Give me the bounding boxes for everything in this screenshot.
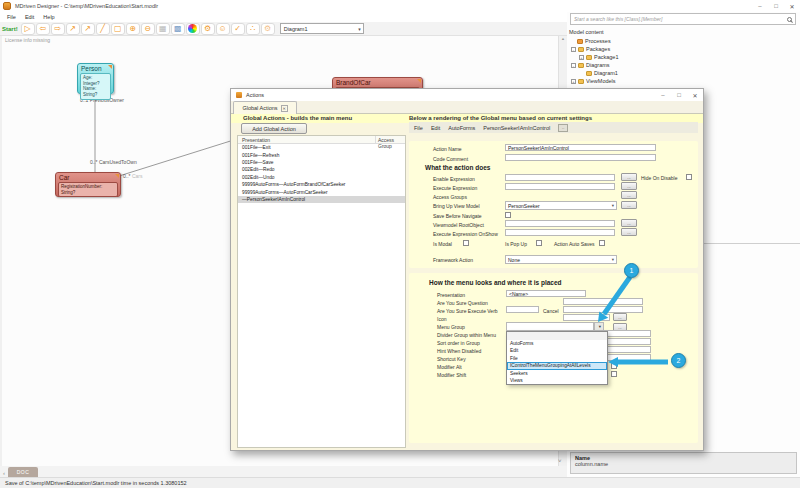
action-name-input[interactable]: PersonSeekerIAmInControl [505,144,656,151]
back-arrow-icon[interactable]: ⇦ [36,23,50,35]
expander-icon[interactable]: - [571,47,576,52]
zoom-in-icon[interactable]: ⊕ [126,23,140,35]
icon-edit-button[interactable]: ... [613,313,627,321]
icon-label: Icon [437,316,446,322]
execute-expression-edit-button[interactable]: ... [621,182,637,190]
class-person[interactable]: Person Age: Integer? Name: String? [77,63,114,94]
viewmodel-rootobject-input[interactable] [505,220,615,227]
forward-arrow-icon[interactable]: ⇨ [51,23,65,35]
gears-icon[interactable]: ⚙ [201,23,215,35]
add-global-action-button[interactable]: Add Global Action [241,123,307,134]
play-icon[interactable]: ▷ [21,23,35,35]
dropdown-item[interactable]: AutoForms [507,340,607,348]
tree-item-diagrams[interactable]: - Diagrams [571,61,610,69]
column-presentation[interactable]: Presentation [242,137,270,143]
tab-scroll-left-icon[interactable]: ‹ [0,470,8,477]
execute-expression-onshow-input[interactable] [505,229,615,236]
dropdown-item[interactable]: Edit [507,347,607,355]
class-car[interactable]: Car RegistrationNumber: String? [55,172,121,197]
gear-light-icon[interactable]: ⚙ [261,23,275,35]
action-auto-saves-checkbox[interactable] [599,240,605,246]
overflow-icon[interactable]: .. [558,124,568,132]
code-comment-label: Code Comment [433,156,468,162]
check-icon[interactable]: ✓ [231,23,245,35]
modifier-shift-checkbox[interactable] [611,371,617,377]
pointer-new-icon[interactable]: ↗ [81,23,95,35]
enable-expression-input[interactable] [505,174,615,181]
execute-expression-onshow-edit-button[interactable]: ... [621,228,637,236]
modifier-alt-checkbox[interactable] [611,363,617,369]
tree-item-processes[interactable]: Processes [577,37,611,45]
framework-action-combo[interactable]: None ▾ [505,255,617,264]
list-item-selected[interactable]: —PersonSeekerIAmInControl [238,196,405,203]
menu-file[interactable]: File [7,14,16,20]
viewport-icon[interactable]: ▢ [111,23,125,35]
tab-global-actions[interactable]: Global Actions ✕ [233,101,297,114]
execute-expression-input[interactable] [505,183,615,190]
column-access-group[interactable]: Access Group [378,137,405,149]
dropdown-item[interactable] [507,332,607,340]
enable-expression-edit-button[interactable]: ... [621,173,637,181]
diagram-selector[interactable]: Diagram1 ▾ [280,23,364,34]
list-item[interactable]: 002Edit—Redo [238,166,405,173]
tab-doc[interactable]: DOC [8,467,38,477]
grid-save-icon[interactable]: ▦ [156,23,170,35]
nodes-icon[interactable]: ∴ [246,23,260,35]
hide-on-disable-checkbox[interactable] [686,174,692,180]
search-input[interactable]: Start a search like this [Class].[Member… [570,13,796,25]
start-button[interactable]: Start! [2,26,18,32]
list-item[interactable]: 99999AutoForms—AutoFormBrandOfCarSeeker [238,181,405,188]
close-button[interactable]: ✕ [784,1,800,12]
menu-help[interactable]: Help [43,14,54,20]
dropdown-item[interactable]: Seekers [507,370,607,378]
tree-item-packages[interactable]: - Packages [571,45,610,53]
copy-icon[interactable]: ▩ [171,23,185,35]
list-item[interactable]: 99999AutoForms—AutoFormCarSeeker [238,188,405,195]
tree-item-viewmodels[interactable]: + ViewModels [571,77,616,85]
cancel-verb-input[interactable] [563,306,643,313]
preview-menu-action[interactable]: PersonSeekerIAmInControl [483,125,550,131]
expander-icon[interactable]: + [579,55,584,60]
preview-menu-edit[interactable]: Edit [431,125,440,131]
execute-verb-input[interactable] [506,306,539,313]
menu-edit[interactable]: Edit [25,14,34,20]
list-item[interactable]: 002Edit—Undo [238,174,405,181]
minimize-button[interactable]: – [752,1,768,12]
dialog-minimize-button[interactable]: – [655,90,671,101]
tab-close-icon[interactable]: ✕ [281,105,288,112]
maximize-button[interactable]: □ [768,1,784,12]
save-before-navigate-checkbox[interactable] [505,212,511,218]
is-pop-up-checkbox[interactable] [536,240,542,246]
access-groups-edit-button[interactable]: ... [621,191,637,199]
bring-up-view-model-combo[interactable]: PersonSeeker ▾ [505,201,617,210]
list-item[interactable]: 001File—Refresh [238,151,405,158]
viewmodel-rootobject-edit-button[interactable]: ... [621,219,637,227]
dropdown-item[interactable]: Views [507,377,607,385]
user-icon[interactable]: ☺ [216,23,230,35]
scroll-up-icon[interactable]: ▲ [561,36,565,41]
dropdown-item[interactable]: File [507,355,607,363]
list-item[interactable]: 001File—Save [238,159,405,166]
tree-item-package1[interactable]: + Package1 [579,53,618,61]
chevron-down-icon: ▾ [356,26,363,32]
zoom-out-icon[interactable]: ⊖ [141,23,155,35]
dialog-maximize-button[interactable]: □ [671,90,687,101]
dropdown-item-selected[interactable]: IControlTheMenuGroupingAtAllLevels [507,362,607,370]
preview-menu-autoforms[interactable]: AutoForms [448,125,475,131]
pointer-icon[interactable]: ↗ [66,23,80,35]
collapse-chevron-icon[interactable]: ˅ [558,458,562,464]
presentation-input[interactable]: <Name> [506,290,586,297]
tree-item-diagram1[interactable]: Diagram1 [586,69,618,77]
code-comment-input[interactable] [505,154,656,161]
icon-input[interactable] [563,314,610,321]
color-wheel-icon[interactable] [186,23,200,35]
bring-up-view-model-edit-button[interactable]: ... [621,201,637,209]
line-tool-icon[interactable]: ╱ [96,23,110,35]
expander-icon[interactable]: - [571,63,576,68]
are-you-sure-question-input[interactable] [563,298,643,305]
is-modal-checkbox[interactable] [463,240,469,246]
dialog-close-button[interactable]: ✕ [687,90,703,101]
preview-menu-file[interactable]: File [414,125,423,131]
expander-icon[interactable]: + [571,79,576,84]
divider-group-label: Divider Group within Menu [437,332,496,338]
